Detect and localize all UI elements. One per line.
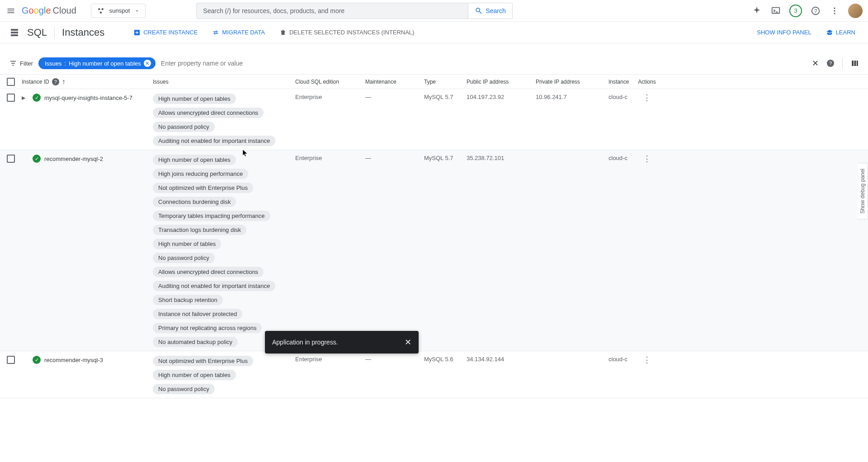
issue-chip[interactable]: High number of open tables: [153, 370, 236, 380]
public-ip-value: 104.197.23.92: [467, 94, 504, 100]
public-ip-value: 34.134.92.144: [467, 356, 504, 363]
graduation-icon: [826, 29, 833, 36]
issue-chip[interactable]: Allows unencrypted direct connections: [153, 108, 264, 118]
sort-arrow-icon[interactable]: ↑: [62, 78, 66, 86]
header-actions: 3 ?: [751, 4, 863, 18]
show-debug-panel-tab[interactable]: Show debug panel: [858, 163, 868, 219]
kebab-icon[interactable]: [829, 5, 840, 16]
expand-caret-icon[interactable]: ▶: [22, 95, 29, 101]
column-header-type[interactable]: Type: [424, 79, 467, 85]
edition-value: Enterprise: [295, 155, 322, 161]
notification-badge[interactable]: 3: [789, 5, 802, 17]
column-header-private-ip[interactable]: Private IP address: [536, 79, 609, 85]
table-header-row: Instance ID ? ↑ Issues Cloud SQL edition…: [0, 75, 868, 89]
gemini-icon[interactable]: [751, 5, 762, 16]
learn-button[interactable]: LEARN: [822, 26, 859, 39]
divider: [842, 58, 843, 69]
instance-name[interactable]: recommender-mysql-3: [44, 357, 103, 363]
filter-chip-issues[interactable]: Issues : High number of open tables ✕: [38, 57, 156, 69]
column-header-instance[interactable]: Instance: [609, 79, 633, 85]
filter-controls: ✕ ?: [812, 58, 859, 69]
type-value: MySQL 5.6: [424, 356, 453, 363]
instance-name[interactable]: recommender-mysql-2: [44, 156, 103, 162]
search-icon: [475, 7, 483, 15]
row-checkbox[interactable]: [7, 155, 15, 163]
issue-chip[interactable]: High number of open tables: [153, 94, 236, 104]
column-header-id[interactable]: Instance ID: [22, 79, 49, 85]
product-subheader: SQL Instances CREATE INSTANCE MIGRATE DA…: [0, 22, 868, 43]
row-kebab-icon[interactable]: ⋮: [643, 154, 651, 164]
issue-chip[interactable]: No password policy: [153, 253, 215, 263]
row-kebab-icon[interactable]: ⋮: [643, 355, 651, 365]
help-icon[interactable]: ?: [52, 78, 59, 85]
status-ok-icon: ✓: [33, 155, 41, 163]
public-ip-value: 35.238.72.101: [467, 155, 504, 161]
issue-chip[interactable]: No password policy: [153, 122, 215, 132]
top-header: Google Google Cloud Cloud sunspot Search…: [0, 0, 868, 22]
row-kebab-icon[interactable]: ⋮: [643, 93, 651, 103]
table-row[interactable]: ✓ recommender-mysql-2 High number of ope…: [0, 150, 868, 351]
column-header-issues[interactable]: Issues: [153, 79, 295, 85]
delete-instances-button[interactable]: DELETE SELECTED INSTANCES (INTERNAL): [276, 26, 418, 39]
issue-chip[interactable]: Instance not failover protected: [153, 309, 242, 319]
filter-input[interactable]: [161, 60, 342, 67]
type-value: MySQL 5.7: [424, 94, 453, 100]
issue-chip[interactable]: No automated backup policy: [153, 337, 238, 347]
help-icon[interactable]: ?: [810, 5, 821, 16]
hamburger-menu-icon[interactable]: [5, 5, 16, 16]
issue-chip[interactable]: Not optimized with Enterprise Plus: [153, 183, 253, 193]
migrate-data-button[interactable]: MIGRATE DATA: [208, 26, 269, 39]
issue-chip[interactable]: High number of open tables: [153, 155, 236, 165]
issue-chip[interactable]: Primary not replicating across regions: [153, 323, 262, 333]
issue-chip[interactable]: Not optimized with Enterprise Plus: [153, 356, 253, 366]
filter-bar: Filter Issues : High number of open tabl…: [0, 52, 868, 74]
issue-chip[interactable]: Connections burdening disk: [153, 197, 236, 207]
svg-rect-12: [857, 61, 858, 66]
close-icon[interactable]: ✕: [405, 337, 411, 347]
private-ip-value: 10.96.241.7: [536, 94, 567, 100]
issue-chip[interactable]: Temporary tables impacting performance: [153, 211, 270, 221]
project-name: sunspot: [109, 7, 130, 14]
svg-point-6: [834, 7, 835, 9]
issue-chip[interactable]: Transaction logs burdening disk: [153, 225, 246, 235]
migrate-icon: [212, 29, 219, 36]
issue-chip[interactable]: Auditing not enabled for important insta…: [153, 136, 275, 146]
column-header-public-ip[interactable]: Public IP address: [467, 79, 536, 85]
issue-chip[interactable]: Allows unencrypted direct connections: [153, 267, 264, 277]
instance-name[interactable]: mysql-query-insights-instance-5-7: [44, 94, 132, 101]
select-all-checkbox[interactable]: [7, 78, 15, 86]
issue-chip[interactable]: High joins reducing performance: [153, 169, 248, 179]
edition-value: Enterprise: [295, 356, 322, 363]
row-checkbox[interactable]: [7, 356, 15, 364]
toast-message: Application in progress.: [272, 339, 338, 346]
filter-label: Filter: [9, 59, 33, 67]
close-icon[interactable]: ✕: [144, 60, 151, 67]
issue-chip[interactable]: Short backup retention: [153, 295, 223, 305]
maintenance-value: —: [365, 155, 371, 161]
search-button[interactable]: Search: [468, 3, 512, 19]
maintenance-value: —: [365, 94, 371, 100]
columns-icon[interactable]: [851, 59, 859, 67]
edition-value: Enterprise: [295, 94, 322, 100]
table-row[interactable]: ▶ ✓ mysql-query-insights-instance-5-7 Hi…: [0, 89, 868, 150]
clear-filters-button[interactable]: ✕: [812, 58, 819, 68]
search-input[interactable]: Search (/) for resources, docs, products…: [196, 3, 468, 19]
issue-chip[interactable]: Auditing not enabled for important insta…: [153, 281, 275, 291]
issue-chip[interactable]: No password policy: [153, 384, 215, 394]
google-cloud-logo[interactable]: Google Google Cloud Cloud: [22, 5, 76, 16]
cloud-shell-icon[interactable]: [770, 5, 781, 16]
table-row[interactable]: ✓ recommender-mysql-3 Not optimized with…: [0, 351, 868, 398]
row-checkbox[interactable]: [7, 94, 15, 102]
trash-icon: [279, 29, 287, 36]
user-avatar[interactable]: [848, 4, 863, 18]
column-header-maintenance[interactable]: Maintenance: [365, 79, 424, 85]
create-instance-button[interactable]: CREATE INSTANCE: [130, 26, 201, 39]
show-info-panel-button[interactable]: SHOW INFO PANEL: [753, 26, 815, 38]
instance-col-value: cloud-c: [609, 94, 627, 100]
issue-chip[interactable]: High number of tables: [153, 239, 221, 249]
project-picker[interactable]: sunspot: [91, 4, 146, 18]
column-header-edition[interactable]: Cloud SQL edition: [295, 79, 365, 85]
project-icon: [97, 7, 105, 15]
filter-help-icon[interactable]: ?: [827, 60, 834, 67]
status-ok-icon: ✓: [33, 356, 41, 364]
